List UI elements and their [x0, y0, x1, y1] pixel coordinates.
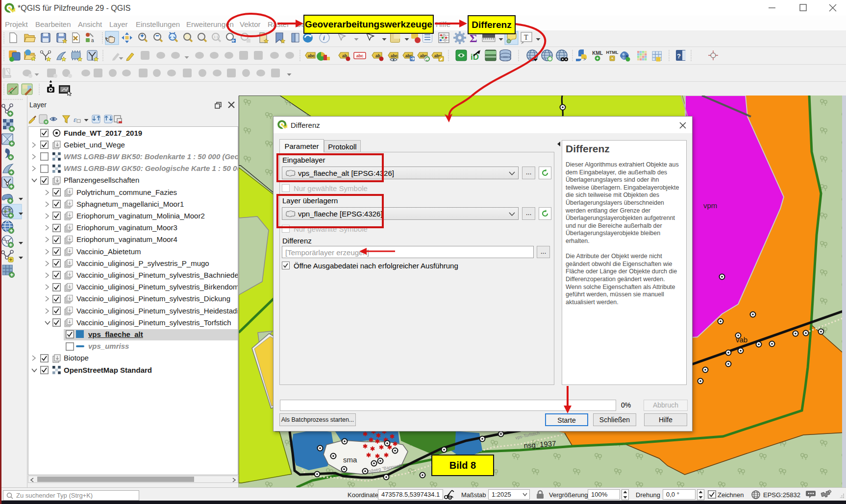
- svg-text:?: ?: [677, 52, 681, 60]
- svg-text:abc: abc: [308, 53, 315, 58]
- svg-text:HTML: HTML: [606, 50, 619, 55]
- svg-text:ε: ε: [74, 116, 76, 123]
- svg-text:>: >: [583, 57, 586, 62]
- svg-text:i: i: [323, 34, 325, 42]
- svg-text:1:1: 1:1: [214, 35, 219, 39]
- svg-text:iD: iD: [471, 52, 479, 62]
- svg-text:vpm: vpm: [703, 201, 717, 210]
- svg-text:abc: abc: [391, 53, 398, 58]
- svg-text:ab: ab: [342, 53, 347, 58]
- svg-text:abc: abc: [356, 53, 364, 58]
- svg-text:sma: sma: [343, 456, 357, 464]
- svg-text:T: T: [524, 34, 528, 41]
- svg-text:KML: KML: [592, 50, 603, 56]
- svg-text:a: a: [91, 38, 94, 43]
- svg-text:ab: ab: [375, 53, 380, 58]
